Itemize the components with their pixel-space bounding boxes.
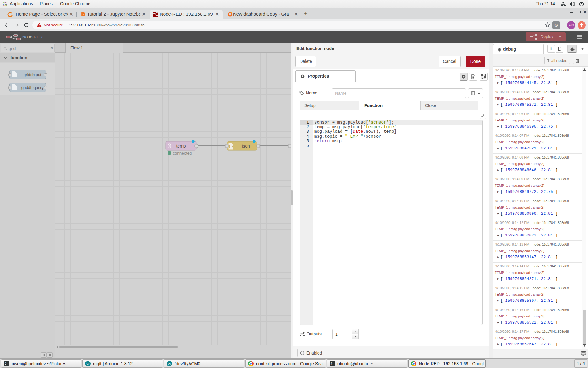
svg-text:temp: temp xyxy=(176,144,186,148)
svg-text:{}: {} xyxy=(229,144,233,149)
svg-text:json: json xyxy=(242,144,250,148)
svg-text:connected: connected xyxy=(173,151,192,155)
